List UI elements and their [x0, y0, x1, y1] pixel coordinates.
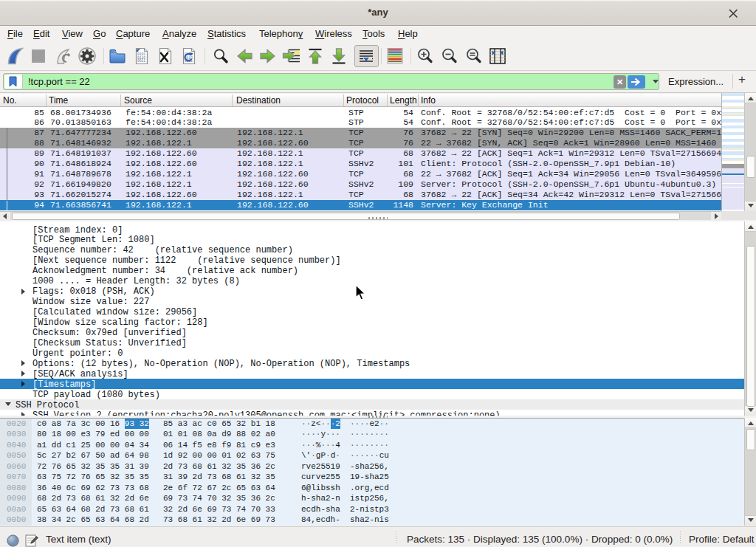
svg-text:0011: 0011 [137, 59, 145, 63]
